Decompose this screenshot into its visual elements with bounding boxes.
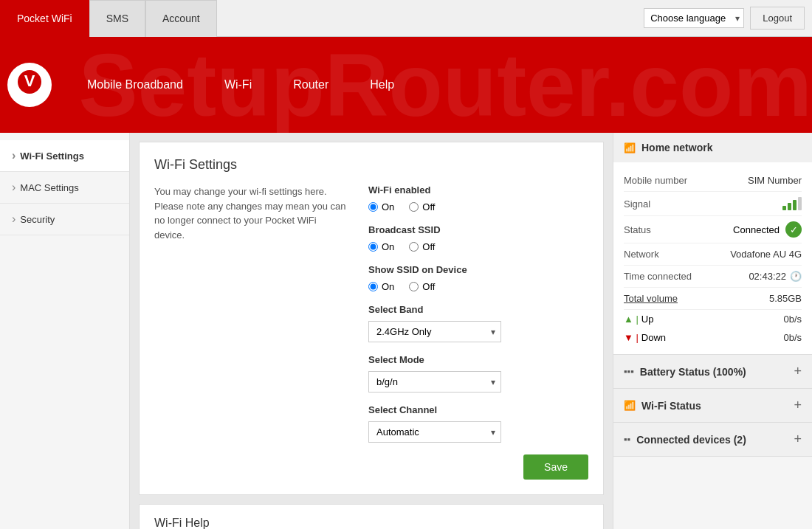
broadcast-ssid-on-radio[interactable]	[368, 242, 378, 252]
up-arrow-icon: ▲ |	[624, 314, 639, 325]
language-select[interactable]: Choose language English French German Sp…	[644, 8, 744, 28]
main-content: Wi-Fi Settings You may change your wi-fi…	[130, 133, 613, 529]
network-row: Network Vodafone AU 4G	[624, 243, 802, 266]
main-navigation: Mobile Broadband Wi-Fi Router Help	[66, 71, 415, 99]
wifi-enabled-radios: On Off	[368, 201, 588, 212]
mobile-number-label: Mobile number	[624, 175, 687, 186]
connected-devices-section: ▪▪ Connected devices (2) +	[613, 423, 812, 457]
red-header: V Mobile Broadband Wi-Fi Router Help Set…	[0, 37, 812, 133]
down-value: 0b/s	[783, 332, 802, 343]
select-channel-label: Select Channel	[368, 404, 588, 415]
vodafone-logo: V	[7, 63, 52, 107]
broadcast-ssid-off-radio[interactable]	[409, 242, 419, 252]
clock-icon: 🕐	[790, 271, 802, 282]
wifi-status-expand-icon[interactable]: +	[794, 398, 802, 413]
down-label: Down	[641, 332, 666, 343]
show-ssid-off-radio[interactable]	[409, 282, 419, 291]
tab-pocket-wifi[interactable]: Pocket WiFi	[0, 0, 89, 37]
signal-row: Signal	[624, 192, 802, 216]
battery-status-header[interactable]: ▪▪▪ Battery Status (100%) +	[613, 355, 812, 388]
save-btn-row: Save	[368, 454, 588, 480]
mobile-number-value: SIM Number	[748, 175, 802, 186]
settings-form: Wi-Fi enabled On Off Broadcast SSI	[368, 184, 588, 480]
show-ssid-on-radio[interactable]	[368, 282, 378, 291]
wifi-help-title: Wi-Fi Help	[154, 516, 588, 529]
status-label: Status	[624, 224, 651, 235]
nav-help[interactable]: Help	[349, 71, 415, 99]
wifi-enabled-on-radio[interactable]	[368, 202, 378, 212]
battery-status-section: ▪▪▪ Battery Status (100%) +	[613, 355, 812, 389]
sidebar-item-wifi-settings[interactable]: Wi-Fi Settings	[0, 140, 129, 172]
language-wrapper: Choose language English French German Sp…	[644, 8, 744, 28]
signal-bar-3	[793, 200, 796, 210]
wifi-help-card: Wi-Fi Help	[139, 504, 604, 529]
home-network-title: Home network	[641, 142, 802, 153]
tab-account[interactable]: Account	[145, 0, 217, 37]
select-mode-select[interactable]: b/g/n b/g n only	[368, 371, 501, 393]
up-value: 0b/s	[783, 314, 802, 325]
broadcast-ssid-group: Broadcast SSID On Off	[368, 224, 588, 252]
show-ssid-label: Show SSID on Device	[368, 264, 588, 275]
broadcast-ssid-off[interactable]: Off	[409, 241, 435, 252]
tab-sms[interactable]: SMS	[89, 0, 145, 37]
network-label: Network	[624, 249, 659, 260]
logout-button[interactable]: Logout	[750, 7, 805, 30]
connected-devices-title: Connected devices (2)	[636, 434, 788, 446]
settings-body: You may change your wi-fi settings here.…	[154, 184, 588, 480]
status-text: Connected	[733, 224, 780, 235]
up-label: Up	[641, 314, 654, 325]
select-band-select[interactable]: 2.4GHz Only 5GHz Only Both	[368, 321, 501, 342]
home-network-header[interactable]: 📶 Home network	[613, 133, 812, 162]
settings-title: Wi-Fi Settings	[154, 157, 588, 173]
down-arrow-icon: ▼ |	[624, 332, 639, 343]
wifi-enabled-label: Wi-Fi enabled	[368, 184, 588, 196]
wifi-enabled-on[interactable]: On	[368, 201, 394, 212]
wifi-settings-card: Wi-Fi Settings You may change your wi-fi…	[139, 142, 604, 495]
select-mode-group: Select Mode b/g/n b/g n only	[368, 354, 588, 393]
select-channel-group: Select Channel Automatic 1234 5678 91011	[368, 404, 588, 443]
show-ssid-group: Show SSID on Device On Off	[368, 264, 588, 292]
sidebar-item-mac-settings[interactable]: MAC Settings	[0, 172, 129, 204]
connected-devices-header[interactable]: ▪▪ Connected devices (2) +	[613, 423, 812, 456]
show-ssid-radios: On Off	[368, 281, 588, 292]
connected-devices-expand-icon[interactable]: +	[794, 432, 802, 447]
down-label-wrap: ▼ | Down	[624, 332, 666, 343]
wifi-status-header[interactable]: 📶 Wi-Fi Status +	[613, 389, 812, 422]
wifi-enabled-group: Wi-Fi enabled On Off	[368, 184, 588, 212]
wifi-status-icon: 📶	[624, 400, 636, 411]
time-connected-value-wrap: 02:43:22 🕐	[749, 271, 802, 282]
up-label-wrap: ▲ | Up	[624, 314, 653, 325]
battery-status-title: Battery Status (100%)	[640, 366, 788, 378]
total-volume-value: 5.85GB	[769, 293, 802, 304]
settings-description: You may change your wi-fi settings here.…	[154, 184, 346, 480]
sidebar-item-security[interactable]: Security	[0, 204, 129, 235]
top-nav: Pocket WiFi SMS Account Choose language …	[0, 0, 812, 37]
status-row: Status Connected ✓	[624, 216, 802, 243]
battery-icon: ▪▪▪	[624, 366, 634, 377]
nav-wifi[interactable]: Wi-Fi	[204, 71, 272, 99]
show-ssid-on[interactable]: On	[368, 281, 394, 292]
nav-mobile-broadband[interactable]: Mobile Broadband	[66, 71, 204, 99]
wifi-status-title: Wi-Fi Status	[641, 400, 788, 412]
select-band-wrapper: 2.4GHz Only 5GHz Only Both	[368, 321, 501, 342]
signal-bar-1	[782, 206, 786, 210]
nav-router[interactable]: Router	[272, 71, 349, 99]
total-volume-label[interactable]: Total volume	[624, 293, 678, 304]
connected-check-icon: ✓	[785, 221, 802, 238]
broadcast-ssid-on[interactable]: On	[368, 241, 394, 252]
time-connected-label: Time connected	[624, 271, 692, 282]
select-band-group: Select Band 2.4GHz Only 5GHz Only Both	[368, 304, 588, 342]
broadcast-ssid-radios: On Off	[368, 241, 588, 252]
show-ssid-off[interactable]: Off	[409, 281, 435, 292]
save-button[interactable]: Save	[523, 454, 588, 480]
network-value: Vodafone AU 4G	[730, 249, 802, 260]
wifi-enabled-off[interactable]: Off	[409, 201, 435, 212]
wifi-enabled-off-radio[interactable]	[409, 202, 419, 212]
battery-expand-icon[interactable]: +	[794, 364, 802, 379]
home-network-body: Mobile number SIM Number Signal Status	[613, 162, 812, 354]
select-mode-label: Select Mode	[368, 354, 588, 365]
right-panel: 📶 Home network Mobile number SIM Number …	[613, 133, 812, 529]
total-volume-row: Total volume 5.85GB	[624, 288, 802, 310]
select-channel-select[interactable]: Automatic 1234 5678 91011	[368, 421, 501, 443]
time-connected-value: 02:43:22	[749, 271, 786, 282]
